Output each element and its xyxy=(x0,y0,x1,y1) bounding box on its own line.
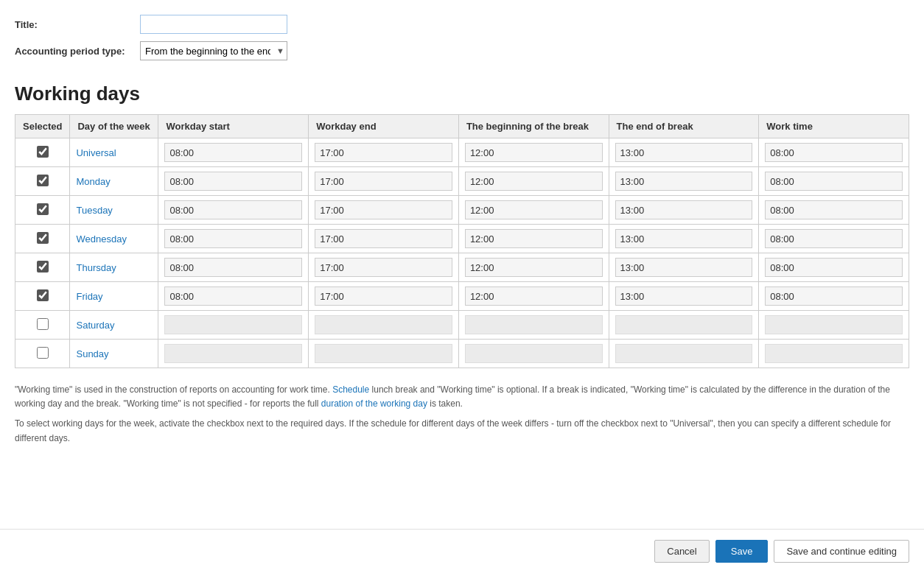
td-break-end-friday xyxy=(609,282,759,311)
table-header: Selected Day of the week Workday start W… xyxy=(15,115,909,138)
workday-end-input-friday[interactable] xyxy=(315,286,452,306)
work-time-input-universal[interactable] xyxy=(765,143,903,162)
workday-end-input-monday[interactable] xyxy=(315,172,452,191)
day-link-universal[interactable]: Universal xyxy=(76,147,116,158)
break-end-input-sunday xyxy=(615,344,753,363)
td-workday-end-monday xyxy=(309,167,459,196)
col-start: Workday start xyxy=(158,115,309,138)
td-day-friday: Friday xyxy=(70,282,158,311)
td-break-start-sunday xyxy=(458,340,609,368)
cancel-button[interactable]: Cancel xyxy=(654,540,709,563)
td-workday-end-friday xyxy=(309,282,459,311)
checkbox-universal[interactable] xyxy=(37,146,49,158)
td-break-end-tuesday xyxy=(609,196,759,225)
checkbox-monday[interactable] xyxy=(37,175,49,186)
td-workday-start-monday xyxy=(158,167,309,196)
title-input[interactable] xyxy=(140,15,287,34)
day-link-monday[interactable]: Monday xyxy=(76,176,110,187)
td-workday-end-sunday xyxy=(309,340,459,368)
col-work-time: Work time xyxy=(759,115,909,138)
break-start-input-universal[interactable] xyxy=(465,143,603,162)
accounting-period-select[interactable]: From the beginning to the end of month C… xyxy=(140,41,287,60)
td-workday-end-tuesday xyxy=(309,196,459,225)
note-area: "Working time" is used in the constructi… xyxy=(0,368,924,459)
header-row: Selected Day of the week Workday start W… xyxy=(15,115,909,138)
table-row: Universal xyxy=(15,138,909,167)
workday-start-input-sunday xyxy=(164,344,302,363)
day-link-thursday[interactable]: Thursday xyxy=(76,262,116,273)
td-workday-start-wednesday xyxy=(158,225,309,253)
checkbox-saturday[interactable] xyxy=(37,318,49,330)
col-break-end: The end of break xyxy=(609,115,759,138)
workday-start-input-friday[interactable] xyxy=(164,286,302,306)
workday-end-input-tuesday[interactable] xyxy=(315,200,452,219)
save-and-continue-button[interactable]: Save and continue editing xyxy=(774,540,909,563)
work-time-input-wednesday[interactable] xyxy=(765,229,903,248)
work-time-input-thursday[interactable] xyxy=(765,258,903,277)
td-day-wednesday: Wednesday xyxy=(70,225,158,253)
td-break-end-monday xyxy=(609,167,759,196)
break-end-input-universal[interactable] xyxy=(615,143,753,162)
td-workday-end-universal xyxy=(309,138,459,167)
td-break-start-monday xyxy=(458,167,609,196)
td-workday-end-wednesday xyxy=(309,225,459,253)
col-end: Workday end xyxy=(309,115,459,138)
section-heading-wrapper: Working days xyxy=(0,82,924,105)
td-workday-start-thursday xyxy=(158,253,309,282)
workday-start-input-monday[interactable] xyxy=(164,172,302,191)
day-link-tuesday[interactable]: Tuesday xyxy=(76,205,112,216)
day-link-friday[interactable]: Friday xyxy=(76,291,102,302)
td-day-sunday: Sunday xyxy=(70,340,158,368)
td-work-time-universal xyxy=(759,138,909,167)
workday-end-input-thursday[interactable] xyxy=(315,258,452,277)
work-time-input-monday[interactable] xyxy=(765,172,903,191)
table-row: Sunday xyxy=(15,340,909,368)
td-day-universal: Universal xyxy=(70,138,158,167)
break-start-input-tuesday[interactable] xyxy=(465,200,603,219)
checkbox-tuesday[interactable] xyxy=(37,203,49,215)
break-end-input-monday[interactable] xyxy=(615,172,753,191)
break-start-input-wednesday[interactable] xyxy=(465,229,603,248)
td-day-thursday: Thursday xyxy=(70,253,158,282)
work-time-input-tuesday[interactable] xyxy=(765,200,903,219)
workday-start-input-tuesday[interactable] xyxy=(164,200,302,219)
checkbox-wednesday[interactable] xyxy=(37,232,49,244)
workday-start-input-wednesday[interactable] xyxy=(164,229,302,248)
workday-start-input-universal[interactable] xyxy=(164,143,302,162)
td-break-end-wednesday xyxy=(609,225,759,253)
break-end-input-thursday[interactable] xyxy=(615,258,753,277)
break-start-input-thursday[interactable] xyxy=(465,258,603,277)
day-link-saturday[interactable]: Saturday xyxy=(76,320,114,331)
td-work-time-wednesday xyxy=(759,225,909,253)
td-day-saturday: Saturday xyxy=(70,311,158,340)
checkbox-friday[interactable] xyxy=(37,289,49,301)
break-end-input-friday[interactable] xyxy=(615,286,753,306)
workday-start-input-thursday[interactable] xyxy=(164,258,302,277)
checkbox-thursday[interactable] xyxy=(37,261,49,273)
td-selected-friday xyxy=(15,282,70,311)
break-end-input-tuesday[interactable] xyxy=(615,200,753,219)
col-break-start: The beginning of the break xyxy=(458,115,609,138)
save-button[interactable]: Save xyxy=(715,540,769,563)
break-end-input-saturday xyxy=(615,315,753,334)
td-work-time-friday xyxy=(759,282,909,311)
td-selected-tuesday xyxy=(15,196,70,225)
td-break-start-tuesday xyxy=(458,196,609,225)
td-selected-wednesday xyxy=(15,225,70,253)
table-row: Monday xyxy=(15,167,909,196)
day-link-wednesday[interactable]: Wednesday xyxy=(76,233,126,245)
workday-end-input-universal[interactable] xyxy=(315,143,452,162)
td-selected-monday xyxy=(15,167,70,196)
day-link-sunday[interactable]: Sunday xyxy=(76,348,108,359)
checkbox-sunday[interactable] xyxy=(37,347,49,359)
workday-end-input-wednesday[interactable] xyxy=(315,229,452,248)
td-workday-end-saturday xyxy=(309,311,459,340)
working-days-table: Selected Day of the week Workday start W… xyxy=(15,114,909,368)
break-start-input-monday[interactable] xyxy=(465,172,603,191)
break-end-input-wednesday[interactable] xyxy=(615,229,753,248)
break-start-input-sunday xyxy=(465,344,603,363)
workday-end-input-sunday xyxy=(315,344,452,363)
work-time-input-friday[interactable] xyxy=(765,286,903,306)
form-area: Title: Accounting period type: From the … xyxy=(0,0,924,75)
break-start-input-friday[interactable] xyxy=(465,286,603,306)
